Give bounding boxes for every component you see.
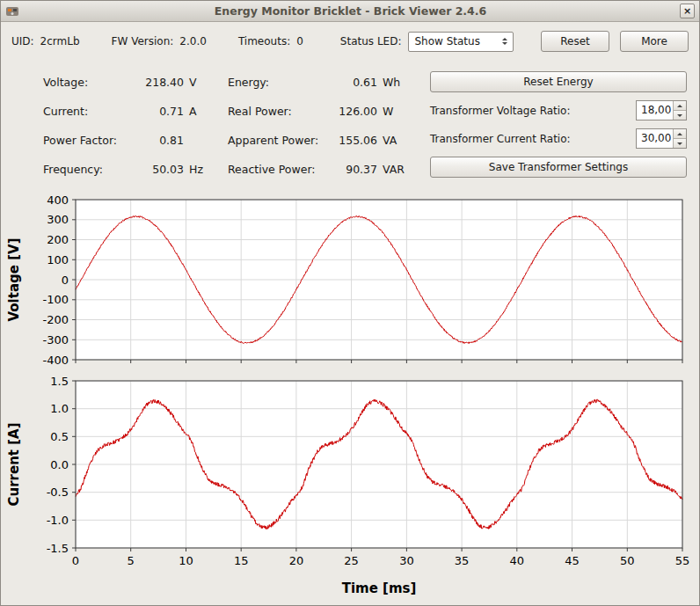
- y-tick-label: 0.0: [50, 458, 69, 471]
- status-led-select[interactable]: Show Status: [408, 32, 514, 52]
- y-tick-label: 300: [47, 213, 69, 226]
- close-icon: ×: [683, 5, 691, 17]
- y-tick-label: 0: [62, 274, 69, 287]
- reactive-power-unit: VAR: [377, 163, 418, 176]
- x-tick-label: 0: [72, 554, 79, 567]
- app-icon: [5, 4, 21, 18]
- x-tick-label: 30: [399, 554, 414, 567]
- waveform-charts: 4003002001000-100-200-300-400Voltage [V]…: [1, 182, 699, 606]
- x-tick-label: 5: [128, 554, 135, 567]
- frequency-value: 50.03: [138, 163, 184, 176]
- current-chart: 1.51.00.50.0-0.5-1.0-1.50510152025303540…: [1, 369, 699, 606]
- timeouts-field: Timeouts: 0: [238, 35, 303, 47]
- transformer-current-ratio-spinbox[interactable]: 30,00: [636, 128, 687, 149]
- y-tick-label: 0.5: [50, 430, 69, 443]
- apparent-power-unit: VA: [377, 134, 418, 147]
- x-tick-label: 35: [455, 554, 470, 567]
- dropdown-arrows-icon: [499, 38, 513, 45]
- fw-version-field: FW Version: 2.0.0: [112, 35, 207, 47]
- window-title: Energy Monitor Bricklet - Brick Viewer 2…: [21, 4, 680, 18]
- x-tick-label: 40: [510, 554, 525, 567]
- titlebar[interactable]: Energy Monitor Bricklet - Brick Viewer 2…: [1, 1, 699, 22]
- current-value: 0.71: [138, 105, 184, 118]
- x-tick-label: 50: [620, 554, 635, 567]
- y-axis-title: Current [A]: [6, 422, 22, 506]
- real-power-label: Real Power:: [228, 105, 328, 118]
- spin-up-button[interactable]: [674, 129, 686, 138]
- y-tick-label: -400: [42, 354, 69, 367]
- transformer-current-ratio-label: Transformer Current Ratio:: [430, 133, 571, 145]
- x-tick-label: 25: [344, 554, 359, 567]
- transformer-voltage-ratio-spinbox[interactable]: 18,00: [636, 100, 687, 120]
- voltage-label: Voltage:: [43, 76, 138, 89]
- reactive-power-value: 90.37: [328, 163, 377, 176]
- uid-field: UID: 2crmLb: [11, 35, 80, 47]
- transformer-voltage-ratio-value: 18,00: [637, 101, 673, 120]
- transformer-current-ratio-row: Transformer Current Ratio: 30,00: [430, 128, 687, 149]
- y-tick-label: -1.0: [47, 514, 69, 527]
- energy-value: 0.61: [328, 76, 377, 89]
- frequency-label: Frequency:: [43, 163, 138, 176]
- y-tick-label: 100: [47, 253, 69, 266]
- timeouts-value: 0: [296, 35, 303, 47]
- real-power-unit: W: [377, 105, 418, 118]
- y-tick-label: -1.5: [47, 542, 69, 555]
- transformer-voltage-ratio-row: Transformer Voltage Ratio: 18,00: [430, 100, 687, 120]
- y-tick-label: 1.5: [50, 375, 69, 388]
- reset-energy-button[interactable]: Reset Energy: [430, 71, 687, 92]
- frequency-unit: Hz: [184, 163, 228, 176]
- status-led-value: Show Status: [409, 35, 499, 47]
- transformer-current-ratio-value: 30,00: [637, 129, 673, 148]
- measurements-section: Voltage: 218.40 V Energy: 0.61 Wh Curren…: [1, 59, 699, 182]
- fw-version-label: FW Version:: [112, 35, 174, 47]
- uid-label: UID:: [11, 35, 34, 47]
- save-transformer-settings-button[interactable]: Save Transformer Settings: [430, 157, 687, 178]
- y-axis-title: Voltage [V]: [6, 238, 22, 322]
- apparent-power-value: 155.06: [328, 134, 377, 147]
- y-tick-label: -100: [42, 293, 69, 306]
- more-button[interactable]: More: [620, 31, 689, 52]
- x-tick-label: 10: [179, 554, 193, 567]
- voltage-value: 218.40: [138, 76, 184, 89]
- status-led-field: Status LED: Show Status: [340, 32, 514, 52]
- x-tick-label: 20: [289, 554, 304, 567]
- energy-label: Energy:: [228, 76, 328, 89]
- x-tick-label: 15: [234, 554, 249, 567]
- x-axis-title: Time [ms]: [342, 580, 417, 596]
- energy-unit: Wh: [377, 76, 418, 89]
- y-tick-label: 1.0: [50, 402, 69, 415]
- device-header: UID: 2crmLb FW Version: 2.0.0 Timeouts: …: [1, 24, 699, 59]
- transformer-voltage-ratio-label: Transformer Voltage Ratio:: [430, 105, 571, 117]
- transformer-panel: Reset Energy Transformer Voltage Ratio: …: [430, 66, 687, 182]
- y-tick-label: 400: [47, 193, 69, 207]
- status-led-label: Status LED:: [340, 35, 402, 47]
- voltage-unit: V: [184, 76, 228, 89]
- power-factor-label: Power Factor:: [43, 134, 138, 147]
- x-tick-label: 55: [675, 554, 690, 567]
- y-tick-label: -200: [42, 313, 69, 326]
- current-label: Current:: [43, 105, 138, 118]
- reset-button[interactable]: Reset: [541, 31, 609, 52]
- readings-grid: Voltage: 218.40 V Energy: 0.61 Wh Curren…: [11, 66, 418, 182]
- app-window: Energy Monitor Bricklet - Brick Viewer 2…: [0, 0, 700, 606]
- apparent-power-label: Apparent Power:: [228, 134, 328, 147]
- y-tick-label: 200: [47, 233, 69, 246]
- close-button[interactable]: ×: [680, 4, 695, 18]
- spin-up-button[interactable]: [674, 101, 686, 110]
- fw-version-value: 2.0.0: [179, 35, 207, 47]
- y-tick-label: -300: [42, 333, 69, 347]
- current-unit: A: [184, 105, 228, 118]
- voltage-chart: 4003002001000-100-200-300-400Voltage [V]: [1, 182, 699, 369]
- x-tick-label: 45: [565, 554, 580, 567]
- real-power-value: 126.00: [328, 105, 377, 118]
- spin-down-button[interactable]: [674, 138, 686, 148]
- uid-value: 2crmLb: [40, 35, 80, 47]
- reactive-power-label: Reactive Power:: [228, 163, 328, 176]
- timeouts-label: Timeouts:: [238, 35, 290, 47]
- y-tick-label: -0.5: [47, 486, 69, 499]
- power-factor-value: 0.81: [138, 134, 184, 147]
- spin-down-button[interactable]: [674, 110, 686, 120]
